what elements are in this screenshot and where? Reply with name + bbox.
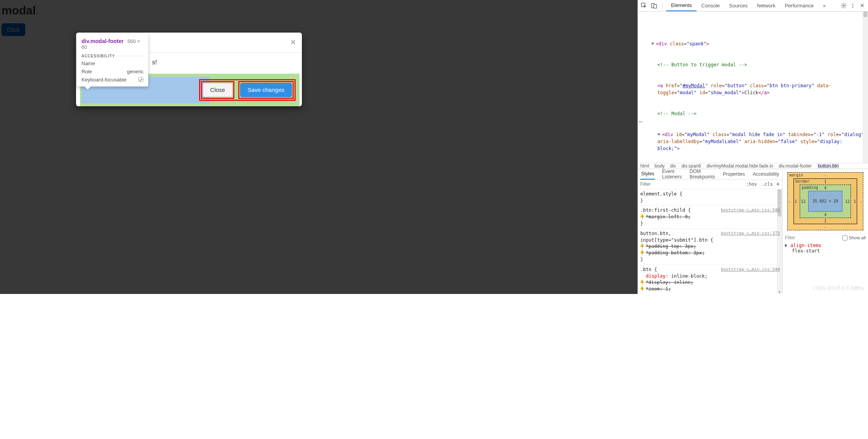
- devtools-toolbar: Elements Console Sources Network Perform…: [638, 0, 868, 12]
- subtab-event-listeners[interactable]: Event Listeners: [661, 169, 683, 180]
- svg-point-13: [852, 5, 853, 6]
- computed-list[interactable]: align-items flex-start: [783, 242, 868, 294]
- tooltip-section-label: ACCESSIBILITY: [81, 54, 144, 58]
- devtools-close-icon[interactable]: ×: [858, 2, 866, 10]
- annotation-redbox-save: Save changes: [238, 81, 294, 99]
- warning-icon: [640, 214, 644, 217]
- devtools-lower-panel: Styles Event Listeners DOM Breakpoints P…: [638, 169, 868, 294]
- line-gutter-menu-icon[interactable]: ⋯: [638, 117, 643, 126]
- subtab-properties[interactable]: Properties: [722, 169, 746, 180]
- tree-comment: <!-- Button to trigger modal -->: [657, 62, 747, 67]
- save-changes-button[interactable]: Save changes: [240, 83, 292, 97]
- tab-elements[interactable]: Elements: [666, 0, 696, 11]
- annotation-redbox-close: Close: [201, 81, 234, 99]
- devtools-panel: Elements Console Sources Network Perform…: [638, 0, 868, 294]
- crumb-body[interactable]: body: [655, 163, 665, 169]
- elements-tree[interactable]: <div class="span6"> <!-- Button to trigg…: [638, 12, 868, 163]
- element-inspect-tooltip: div.modal-footer 560 × 60 ACCESSIBILITY …: [77, 34, 148, 86]
- not-allowed-icon: [138, 77, 144, 82]
- styles-pane: Styles Event Listeners DOM Breakpoints P…: [638, 169, 783, 294]
- css-source-link[interactable]: bootstrap-c…min.css:346: [721, 207, 780, 213]
- expand-toggle-icon[interactable]: [785, 244, 787, 247]
- css-rule[interactable]: bootstrap-c…min.css:344 .btn { display: …: [638, 265, 782, 294]
- settings-gear-icon[interactable]: [839, 2, 848, 10]
- css-rule[interactable]: element.style { }: [638, 189, 782, 206]
- cls-toggle[interactable]: .cls: [759, 181, 775, 187]
- hov-toggle[interactable]: :hov: [743, 181, 759, 187]
- tooltip-role-value: generic: [127, 69, 144, 74]
- subtab-styles[interactable]: Styles: [640, 169, 655, 180]
- svg-point-14: [852, 7, 853, 8]
- expand-toggle-icon[interactable]: [651, 43, 654, 45]
- kebab-menu-icon[interactable]: [849, 2, 857, 10]
- svg-line-10: [842, 7, 842, 8]
- computed-pane: margin -- -- border 11 11 padding 44 121…: [783, 169, 868, 294]
- css-rule[interactable]: bootstrap-c…min.css:346 .btn:first-child…: [638, 206, 782, 228]
- show-all-checkbox[interactable]: Show all: [842, 235, 866, 240]
- box-model-content-size: 35.802 × 20: [813, 199, 838, 203]
- tabs-overflow[interactable]: »: [818, 0, 830, 11]
- browser-viewport: modal Click × s! Close Save changes: [0, 0, 638, 294]
- crumb-mymodal[interactable]: div#myModal.modal.hide.fade.in: [707, 163, 773, 169]
- inspect-element-icon[interactable]: [639, 2, 648, 10]
- crumb-html[interactable]: html: [640, 163, 649, 169]
- expand-toggle-icon[interactable]: [657, 133, 660, 136]
- tree-node[interactable]: <a href="#myModal" role="button" class="…: [638, 82, 868, 96]
- crumb-button-btn[interactable]: button.btn: [817, 163, 839, 169]
- subtab-accessibility[interactable]: Accessibility: [752, 169, 780, 180]
- crumb-div[interactable]: div: [670, 163, 676, 169]
- css-source-link[interactable]: bootstrap-c…min.css:344: [721, 266, 780, 272]
- warning-icon: [640, 286, 644, 289]
- breadcrumb[interactable]: html body div div.span6 div#myModal.moda…: [638, 163, 868, 169]
- tab-network[interactable]: Network: [752, 0, 780, 11]
- tree-comment: <!-- Modal -->: [657, 111, 696, 116]
- subtab-dom-breakpoints[interactable]: DOM Breakpoints: [689, 169, 716, 180]
- crumb-span6[interactable]: div.span6: [681, 163, 701, 169]
- annotation-redbox-buttons: Close Save changes: [199, 79, 296, 101]
- close-button[interactable]: Close: [203, 83, 232, 97]
- tab-sources[interactable]: Sources: [724, 0, 752, 11]
- crumb-modal-footer[interactable]: div.modal-footer: [779, 163, 812, 169]
- warning-icon: [640, 250, 644, 253]
- modal-body-text-tail: s!: [152, 59, 157, 66]
- styles-filter-input[interactable]: [638, 181, 743, 187]
- css-source-link[interactable]: bootstrap-c…min.css:373: [721, 230, 780, 236]
- box-model-diagram[interactable]: margin -- -- border 11 11 padding 44 121…: [787, 172, 863, 230]
- tooltip-selector-tag: div: [81, 38, 89, 44]
- tree-scrollbar[interactable]: [863, 12, 868, 163]
- new-rule-plus-icon[interactable]: +: [775, 181, 782, 188]
- css-rule[interactable]: bootstrap-c…min.css:373 button.btn, inpu…: [638, 229, 782, 265]
- svg-rect-2: [653, 5, 657, 8]
- svg-point-12: [852, 3, 853, 4]
- device-toolbar-icon[interactable]: [650, 2, 658, 10]
- svg-line-11: [845, 3, 845, 4]
- warning-icon: [640, 279, 644, 283]
- warning-icon: [640, 243, 644, 247]
- svg-point-3: [843, 5, 844, 6]
- tree-node[interactable]: <div id="myModal" class="modal hide fade…: [638, 131, 868, 152]
- tab-console[interactable]: Console: [696, 0, 724, 11]
- tooltip-role-key: Role: [81, 69, 92, 74]
- svg-line-9: [845, 7, 845, 8]
- modal-close-icon[interactable]: ×: [291, 38, 296, 47]
- tooltip-name-key: Name: [81, 60, 95, 66]
- tree-node[interactable]: <div: [656, 41, 667, 47]
- tooltip-selector-class: .modal-footer: [89, 38, 123, 44]
- svg-line-8: [842, 3, 842, 4]
- computed-filter-label[interactable]: Filter: [785, 235, 795, 240]
- tab-performance[interactable]: Performance: [780, 0, 818, 11]
- tooltip-kb-key: Keyboard-focusable: [81, 77, 126, 83]
